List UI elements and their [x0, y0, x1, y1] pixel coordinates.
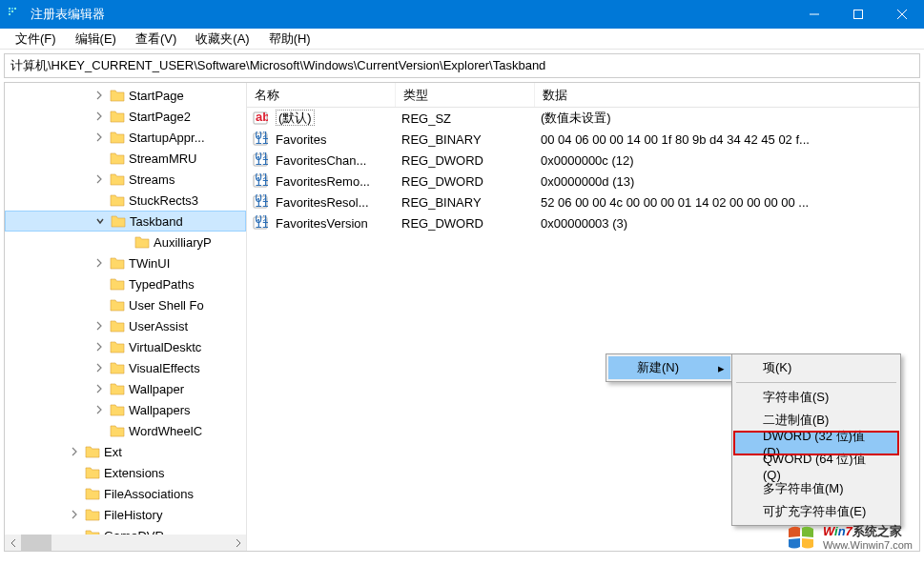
- value-row[interactable]: 011110FavoritesREG_BINARY00 04 06 00 00 …: [247, 129, 919, 150]
- folder-icon: [110, 340, 125, 353]
- folder-icon: [85, 508, 100, 521]
- tree-item-wallpaper[interactable]: Wallpaper: [5, 378, 246, 399]
- menu-item-new[interactable]: 新建(N) ▸: [608, 356, 730, 379]
- tree-item-streams[interactable]: Streams: [5, 169, 246, 190]
- close-button[interactable]: [880, 0, 924, 29]
- chevron-right-icon[interactable]: [92, 405, 106, 414]
- value-name: FavoritesVersion: [268, 216, 394, 231]
- tree-item-startupapproved[interactable]: StartupAppr...: [5, 127, 246, 148]
- tree-item-auxilliarypins[interactable]: AuxilliaryP: [5, 232, 246, 252]
- value-row[interactable]: 011110FavoritesVersionREG_DWORD0x0000000…: [247, 212, 919, 233]
- tree-item-stuckrects3[interactable]: StuckRects3: [5, 190, 246, 211]
- tree-item-label: StreamMRU: [129, 151, 197, 166]
- menu-file[interactable]: 文件(F): [6, 29, 66, 50]
- tree-item-label: AuxilliaryP: [154, 235, 212, 250]
- tree-item-fileassociations[interactable]: FileAssociations: [5, 483, 246, 504]
- folder-icon: [110, 319, 125, 333]
- menu-item-key[interactable]: 项(K): [734, 356, 898, 379]
- svg-text:110: 110: [256, 195, 269, 210]
- column-type[interactable]: 类型: [396, 83, 535, 107]
- chevron-down-icon[interactable]: [93, 216, 107, 226]
- value-row[interactable]: 011110FavoritesRemo...REG_DWORD0x0000000…: [247, 171, 919, 192]
- tree-item-twinui[interactable]: TWinUI: [5, 252, 246, 273]
- menu-item-qword[interactable]: QWORD (64 位)值(Q): [734, 454, 898, 477]
- value-row[interactable]: 011110FavoritesResol...REG_BINARY52 06 0…: [247, 192, 919, 212]
- context-submenu-new: 项(K) 字符串值(S) 二进制值(B) DWORD (32 位)值(D) QW…: [731, 353, 901, 526]
- folder-icon: [110, 382, 125, 395]
- folder-icon: [110, 193, 125, 207]
- folder-icon: [110, 89, 125, 102]
- horizontal-scrollbar[interactable]: [5, 535, 246, 551]
- scroll-left-button[interactable]: [5, 535, 21, 551]
- folder-icon: [134, 235, 150, 249]
- window-controls: [792, 0, 924, 29]
- chevron-right-icon[interactable]: [92, 111, 106, 121]
- minimize-button[interactable]: [792, 0, 836, 29]
- folder-icon: [110, 361, 125, 374]
- chevron-right-icon[interactable]: [92, 132, 106, 142]
- menu-item-string[interactable]: 字符串值(S): [734, 386, 898, 409]
- tree-item-wordwheelquery[interactable]: WordWheelC: [5, 420, 246, 441]
- value-data: 52 06 00 00 4c 00 00 00 01 14 02 00 00 0…: [533, 195, 919, 210]
- value-name: FavoritesRemo...: [268, 174, 394, 189]
- folder-icon: [85, 487, 100, 500]
- tree-item-extensions[interactable]: Extensions: [5, 462, 246, 483]
- folder-icon: [110, 151, 125, 165]
- menu-help[interactable]: 帮助(H): [259, 29, 320, 50]
- tree-item-user-shell-folders[interactable]: User Shell Fo: [5, 294, 246, 315]
- scroll-right-button[interactable]: [230, 535, 246, 551]
- tree-item-ext[interactable]: Ext: [5, 441, 246, 462]
- tree-item-filehistory[interactable]: FileHistory: [5, 504, 246, 525]
- value-type: REG_SZ: [394, 111, 533, 126]
- menu-view[interactable]: 查看(V): [126, 29, 186, 50]
- tree-item-label: StuckRects3: [129, 193, 198, 208]
- value-row[interactable]: ab(默认)REG_SZ(数值未设置): [247, 108, 919, 129]
- address-bar[interactable]: 计算机\HKEY_CURRENT_USER\Software\Microsoft…: [4, 53, 920, 78]
- folder-icon: [110, 424, 125, 437]
- binary-value-icon: 011110: [253, 131, 268, 147]
- scroll-track[interactable]: [21, 535, 230, 551]
- menu-edit[interactable]: 编辑(E): [66, 29, 126, 50]
- menu-item-expandstring[interactable]: 可扩充字符串值(E): [734, 500, 898, 523]
- watermark-logo-icon: [785, 521, 817, 554]
- chevron-right-icon[interactable]: [68, 510, 81, 519]
- chevron-right-icon[interactable]: [92, 363, 106, 373]
- column-name[interactable]: 名称: [247, 83, 396, 107]
- tree-item-virtualdesktops[interactable]: VirtualDesktc: [5, 336, 246, 357]
- tree-item-streammru[interactable]: StreamMRU: [5, 148, 246, 169]
- menu-favorites[interactable]: 收藏夹(A): [186, 29, 258, 50]
- maximize-button[interactable]: [836, 0, 880, 29]
- tree-item-taskband[interactable]: Taskband: [5, 211, 246, 232]
- value-data: 00 04 06 00 00 14 00 1f 80 9b d4 34 42 4…: [533, 132, 919, 147]
- folder-icon: [85, 466, 100, 479]
- value-data: 0x0000000c (12): [533, 153, 919, 168]
- chevron-right-icon[interactable]: [92, 91, 106, 100]
- value-name: FavoritesResol...: [268, 195, 394, 210]
- tree-item-wallpapers[interactable]: Wallpapers: [5, 399, 246, 420]
- value-data: (数值未设置): [533, 110, 919, 127]
- svg-rect-7: [854, 10, 863, 19]
- tree-item-startpage[interactable]: StartPage: [5, 85, 246, 106]
- menu-separator: [736, 382, 896, 383]
- folder-icon: [85, 445, 100, 458]
- chevron-right-icon[interactable]: [92, 321, 106, 331]
- binary-value-icon: 011110: [253, 152, 268, 168]
- folder-icon: [110, 256, 125, 270]
- binary-value-icon: 011110: [253, 194, 268, 210]
- column-data[interactable]: 数据: [535, 83, 919, 107]
- value-row[interactable]: 011110FavoritesChan...REG_DWORD0x0000000…: [247, 150, 919, 171]
- chevron-right-icon[interactable]: [68, 447, 81, 456]
- folder-icon: [110, 110, 125, 123]
- chevron-right-icon[interactable]: [92, 342, 106, 352]
- tree-item-typedpaths[interactable]: TypedPaths: [5, 273, 246, 294]
- window-title: 注册表编辑器: [31, 6, 792, 23]
- value-type: REG_DWORD: [394, 216, 533, 231]
- tree-item-label: Streams: [129, 172, 175, 187]
- scroll-thumb[interactable]: [21, 535, 51, 551]
- tree-item-visualeffects[interactable]: VisualEffects: [5, 357, 246, 378]
- tree-item-userassist[interactable]: UserAssist: [5, 315, 246, 336]
- chevron-right-icon[interactable]: [92, 258, 106, 268]
- chevron-right-icon[interactable]: [92, 174, 106, 184]
- chevron-right-icon[interactable]: [92, 384, 106, 393]
- tree-item-startpage2[interactable]: StartPage2: [5, 106, 246, 127]
